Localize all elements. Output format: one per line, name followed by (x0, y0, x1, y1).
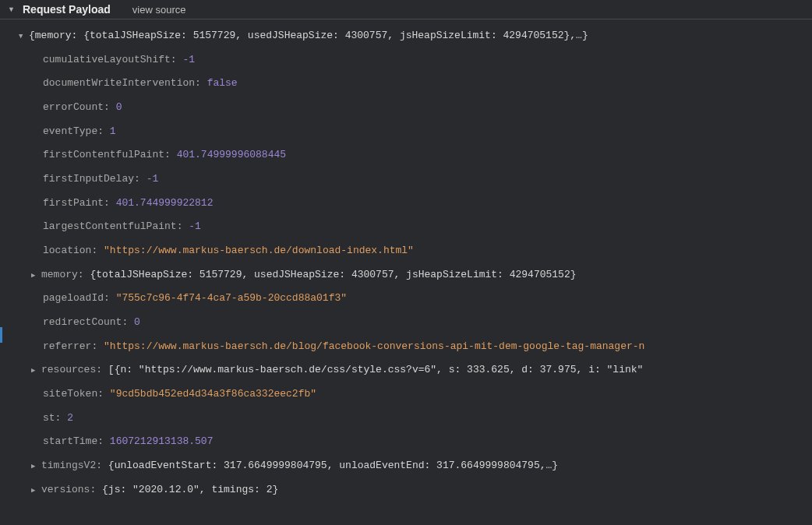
payload-body: {memory: {totalJSHeapSize: 5157729, used… (0, 19, 812, 506)
prop-redirectCount[interactable]: redirectCount: 0 (8, 311, 812, 335)
prop-firstContentfulPaint[interactable]: firstContentfulPaint: 401.74999996088445 (8, 143, 812, 167)
prop-st[interactable]: st: 2 (8, 407, 812, 431)
prop-pageloadId[interactable]: pageloadId: "755c7c96-4f74-4ca7-a59b-20c… (8, 287, 812, 311)
prop-firstInputDelay[interactable]: firstInputDelay: -1 (8, 167, 812, 192)
panel-title: ▼ Request Payload (8, 3, 111, 16)
prop-timingsV2[interactable]: timingsV2: {unloadEventStart: 317.664999… (8, 454, 812, 478)
chevron-right-icon[interactable] (31, 268, 39, 284)
panel-header: ▼ Request Payload view source (0, 0, 812, 19)
chevron-right-icon[interactable] (31, 363, 39, 379)
panel-title-text: Request Payload (23, 3, 111, 16)
prop-siteToken[interactable]: siteToken: "9cd5bdb452ed4d34a3f86ca332ee… (8, 382, 812, 407)
prop-largestContentfulPaint[interactable]: largestContentfulPaint: -1 (8, 215, 812, 239)
prop-firstPaint[interactable]: firstPaint: 401.744999922812 (8, 192, 812, 216)
prop-referrer[interactable]: referrer: "https://www.markus-baersch.de… (8, 335, 812, 359)
chevron-right-icon[interactable] (31, 483, 39, 499)
prop-documentWriteIntervention[interactable]: documentWriteIntervention: false (8, 72, 812, 96)
view-source-link[interactable]: view source (132, 4, 186, 16)
chevron-right-icon[interactable] (31, 459, 39, 475)
prop-startTime[interactable]: startTime: 1607212913138.507 (8, 430, 812, 454)
prop-location[interactable]: location: "https://www.markus-baersch.de… (8, 239, 812, 263)
prop-cumulativeLayoutShift[interactable]: cumulativeLayoutShift: -1 (8, 48, 812, 72)
chevron-down-icon[interactable] (19, 29, 26, 45)
expand-icon[interactable]: ▼ (8, 5, 16, 13)
root-object[interactable]: {memory: {totalJSHeapSize: 5157729, used… (8, 24, 812, 48)
left-accent-bar (0, 327, 2, 343)
prop-resources[interactable]: resources: [{n: "https://www.markus-baer… (8, 358, 812, 382)
prop-memory[interactable]: memory: {totalJSHeapSize: 5157729, usedJ… (8, 263, 812, 287)
prop-eventType[interactable]: eventType: 1 (8, 120, 812, 144)
prop-versions[interactable]: versions: {js: "2020.12.0", timings: 2} (8, 478, 812, 502)
prop-errorCount[interactable]: errorCount: 0 (8, 96, 812, 120)
